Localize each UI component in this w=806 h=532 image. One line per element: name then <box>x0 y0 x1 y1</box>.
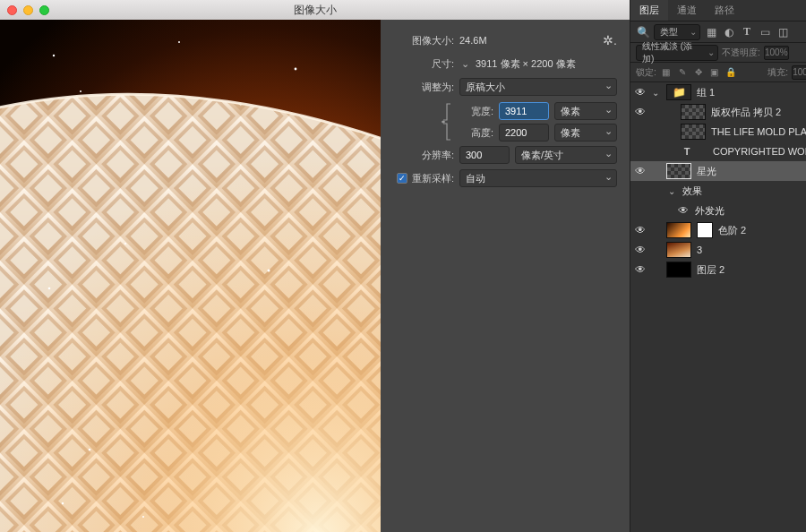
fx-caret-icon[interactable]: ⌄ <box>668 186 677 196</box>
lock-artboard-icon[interactable]: ▣ <box>708 66 721 79</box>
layer-item[interactable]: 👁 3 <box>630 240 806 260</box>
width-input[interactable]: 3911 <box>499 102 549 120</box>
visibility-icon[interactable]: 👁 <box>634 165 647 177</box>
layer-label: 星光 <box>697 165 806 178</box>
opacity-input[interactable]: 100% <box>764 46 789 60</box>
svg-point-13 <box>142 516 144 518</box>
layer-text[interactable]: 👁 T COPYRIGHTED WORK <box>630 142 806 161</box>
height-input[interactable]: 2200 <box>499 124 549 142</box>
resolution-input[interactable]: 300 <box>459 146 510 164</box>
width-unit-select[interactable]: 像素 <box>554 102 617 120</box>
height-label: 高度: <box>459 126 493 140</box>
layer-mask-thumb <box>697 222 713 238</box>
layer-item-selected[interactable]: 👁 星光 <box>630 161 806 181</box>
resolution-label: 分辨率: <box>388 149 454 162</box>
svg-point-4 <box>53 55 55 56</box>
blend-mode-select[interactable]: 线性减淡 (添加) <box>636 45 718 61</box>
fit-to-label: 调整为: <box>388 81 454 94</box>
svg-point-10 <box>268 270 270 272</box>
svg-point-8 <box>48 287 51 290</box>
svg-point-5 <box>80 90 81 92</box>
visibility-icon[interactable]: 👁 <box>634 125 647 138</box>
dimensions-value: 3911 像素 × 2200 像素 <box>476 57 576 71</box>
layer-label: COPYRIGHTED WORK <box>713 146 806 157</box>
opacity-label: 不透明度: <box>722 47 760 59</box>
lock-label: 锁定: <box>636 66 656 79</box>
dimensions-label: 尺寸: <box>388 57 454 71</box>
visibility-icon[interactable]: 👁 <box>677 204 690 217</box>
layer-fx-item[interactable]: 👁 外发光 <box>630 201 806 220</box>
tab-paths[interactable]: 路径 <box>706 0 743 21</box>
blend-opacity-row: 线性减淡 (添加) 不透明度: 100% <box>630 43 806 63</box>
lock-brush-icon[interactable]: ✎ <box>676 66 689 79</box>
panel-tab-bar: 图层 通道 路径 <box>630 0 806 21</box>
dimensions-chevron-icon[interactable]: ⌄ <box>459 58 470 70</box>
layer-item[interactable]: 👁 版权作品 拷贝 2 <box>630 102 806 122</box>
visibility-icon[interactable]: 👁 <box>634 244 647 256</box>
fit-to-value: 原稿大小 <box>466 81 505 94</box>
dialog-titlebar[interactable]: 图像大小 <box>0 0 630 20</box>
layers-list: 👁 ⌄ 组 1 👁 版权作品 拷贝 2 👁 THE LIFE MOLD PLAN… <box>630 82 806 279</box>
dialog-title: 图像大小 <box>0 3 630 18</box>
fit-to-select[interactable]: 原稿大小 <box>459 78 617 96</box>
layer-thumb <box>666 262 691 278</box>
filter-shape-icon[interactable]: ▭ <box>758 25 772 39</box>
visibility-icon[interactable]: 👁 <box>634 86 647 99</box>
tab-layers[interactable]: 图层 <box>630 0 668 21</box>
constrain-link-icon[interactable] <box>442 100 454 143</box>
filter-adjust-icon[interactable]: ◐ <box>722 25 736 39</box>
layer-thumb <box>681 104 706 120</box>
lock-fill-row: 锁定: ▦ ✎ ✥ ▣ 🔒 填充: 100% <box>630 63 806 82</box>
settings-gear-icon[interactable]: ✲. <box>603 33 617 47</box>
group-caret-icon[interactable]: ⌄ <box>652 88 661 98</box>
filter-search-icon[interactable]: 🔍 <box>636 25 650 39</box>
lock-position-icon[interactable]: ✥ <box>692 66 705 79</box>
fill-input[interactable]: 100% <box>792 65 806 80</box>
svg-point-9 <box>124 243 126 245</box>
svg-point-6 <box>178 41 180 43</box>
filesize-value: 24.6M <box>459 35 487 46</box>
layer-adjustment[interactable]: 👁 色阶 2 <box>630 220 806 240</box>
layer-group[interactable]: 👁 ⌄ 组 1 <box>630 82 806 102</box>
svg-point-14 <box>442 121 445 124</box>
image-size-dialog: 图像大小 <box>0 0 630 532</box>
visibility-icon[interactable]: 👁 <box>634 106 647 118</box>
svg-point-7 <box>295 68 297 71</box>
filter-pixel-icon[interactable]: ▦ <box>704 25 718 39</box>
height-unit-select[interactable]: 像素 <box>554 124 617 142</box>
layer-thumb <box>666 163 691 179</box>
lock-all-icon[interactable]: 🔒 <box>725 66 737 79</box>
visibility-icon[interactable]: 👁 <box>634 224 647 236</box>
svg-point-12 <box>62 502 64 504</box>
layer-thumb <box>666 242 691 258</box>
layer-label: 色阶 2 <box>718 224 806 237</box>
resample-checkbox[interactable]: ✓ <box>397 173 407 184</box>
width-label: 宽度: <box>459 105 493 118</box>
layer-label: THE LIFE MOLD PLAN <box>711 126 806 137</box>
resolution-unit-select[interactable]: 像素/英寸 <box>515 146 617 164</box>
svg-point-11 <box>89 449 91 451</box>
visibility-icon[interactable]: 👁 <box>634 263 647 276</box>
layer-label: 版权作品 拷贝 2 <box>711 106 806 119</box>
filter-smart-icon[interactable]: ◫ <box>776 25 790 39</box>
fill-label: 填充: <box>767 66 788 79</box>
layer-label: 组 1 <box>697 86 806 99</box>
filter-type-icon[interactable]: T <box>740 25 754 39</box>
resample-select[interactable]: 自动 <box>459 169 617 187</box>
image-preview <box>0 20 381 532</box>
layer-label: 外发光 <box>695 204 806 218</box>
layer-label: 图层 2 <box>697 263 806 277</box>
layer-thumb <box>666 222 691 238</box>
visibility-icon[interactable]: 👁 <box>634 145 647 158</box>
folder-icon <box>666 84 691 100</box>
layer-thumb <box>681 124 706 140</box>
tab-channels[interactable]: 通道 <box>668 0 706 21</box>
layer-item[interactable]: 👁 图层 2 <box>630 260 806 279</box>
layer-item[interactable]: 👁 THE LIFE MOLD PLAN <box>630 122 806 142</box>
layer-fx-header[interactable]: ⌄ 效果 <box>630 181 806 201</box>
filter-type-select[interactable]: 类型 <box>654 24 700 40</box>
resample-label: 重新采样: <box>412 172 454 185</box>
lock-transparent-icon[interactable]: ▦ <box>660 66 673 79</box>
filesize-label: 图像大小: <box>388 34 454 47</box>
layer-label: 效果 <box>682 184 806 198</box>
